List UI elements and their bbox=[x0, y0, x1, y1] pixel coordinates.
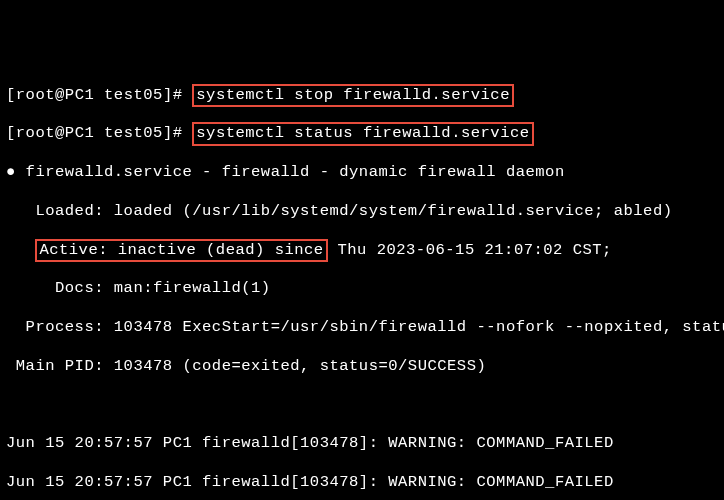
highlighted-active-state: Active: inactive (dead) since bbox=[35, 239, 327, 262]
service-loaded: Loaded: loaded (/usr/lib/systemd/system/… bbox=[6, 202, 718, 221]
service-header: ● firewalld.service - firewalld - dynami… bbox=[6, 163, 718, 182]
service-active: Active: inactive (dead) since Thu 2023-0… bbox=[6, 241, 718, 260]
prompt: [root@PC1 test05]# bbox=[6, 124, 192, 142]
service-process: Process: 103478 ExecStart=/usr/sbin/fire… bbox=[6, 318, 718, 337]
highlighted-command-status: systemctl status firewalld.service bbox=[192, 122, 533, 145]
log-line: Jun 15 20:57:57 PC1 firewalld[103478]: W… bbox=[6, 473, 718, 492]
terminal-line-1: [root@PC1 test05]# systemctl stop firewa… bbox=[6, 86, 718, 105]
highlighted-command-stop: systemctl stop firewalld.service bbox=[192, 84, 514, 107]
prompt: [root@PC1 test05]# bbox=[6, 86, 192, 104]
blank-line bbox=[6, 396, 718, 415]
log-line: Jun 15 20:57:57 PC1 firewalld[103478]: W… bbox=[6, 434, 718, 453]
terminal-line-2: [root@PC1 test05]# systemctl status fire… bbox=[6, 124, 718, 143]
service-docs: Docs: man:firewalld(1) bbox=[6, 279, 718, 298]
service-mainpid: Main PID: 103478 (code=exited, status=0/… bbox=[6, 357, 718, 376]
